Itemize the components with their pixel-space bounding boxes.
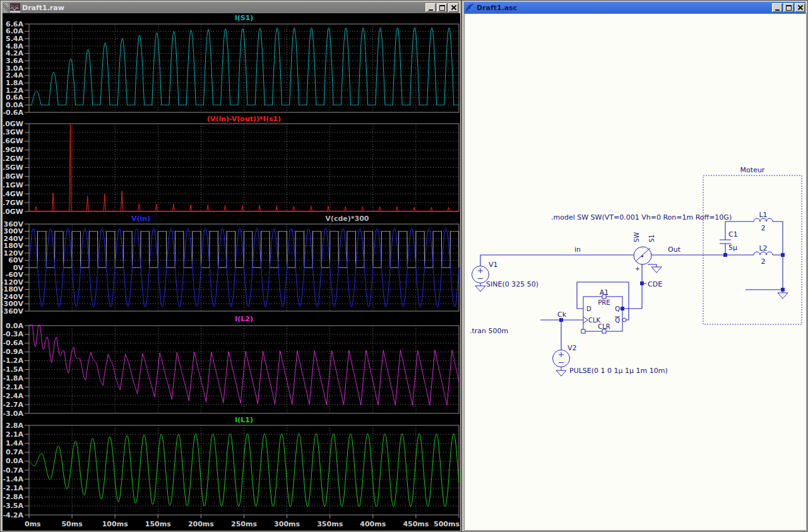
y-tick-label: 2.8GW (3, 172, 23, 180)
q-output-node (621, 307, 624, 310)
voltage-source-v1[interactable]: V1 SINE(0 325 50) (472, 261, 538, 292)
pin-label-q: Q (615, 305, 620, 312)
pin-label-qbar: Q (615, 317, 620, 324)
motor-box[interactable]: Moteur (703, 166, 802, 324)
inductor-l1[interactable]: L1 2 (754, 211, 773, 232)
waveform-plot[interactable]: 6.6A6.0A5.4A4.8A4.2A3.6A3.0A2.4A1.8A1.2A… (3, 13, 460, 531)
minimize-icon (775, 9, 780, 11)
y-tick-label: -360V (3, 307, 23, 316)
maximize-button[interactable] (437, 3, 447, 12)
model-directive-text[interactable]: .model SW SW(VT=0.001 Vh=0 Ron=1m Roff=1… (551, 213, 732, 222)
titlebar-grip[interactable] (3, 3, 8, 13)
close-icon (797, 5, 802, 10)
clock-wedge-icon (583, 317, 588, 323)
net-label-out[interactable]: Out (668, 245, 681, 254)
schematic-canvas[interactable]: .model SW SW(VT=0.001 Vh=0 Ron=1m Roff=1… (465, 14, 806, 530)
switch-ref[interactable]: S1 (648, 234, 655, 242)
trace-label[interactable]: I(L2) (235, 315, 253, 323)
v2-ref[interactable]: V2 (567, 344, 577, 352)
y-tick-label: -3.5A (3, 502, 23, 510)
maximize-button[interactable] (783, 3, 793, 12)
v1-ground-icon (475, 283, 485, 292)
trace-label[interactable]: I(S1) (235, 14, 254, 22)
v1-plus-icon (478, 268, 483, 273)
l2-ref[interactable]: L2 (759, 244, 767, 252)
minimize-icon (429, 9, 433, 11)
c1-ref[interactable]: C1 (728, 230, 738, 239)
inductor-l2[interactable]: L2 2 (754, 244, 773, 266)
l1-ref[interactable]: L1 (759, 211, 767, 219)
x-tick-label: 450ms (403, 520, 429, 528)
y-tick-label: -0.6A (3, 109, 23, 117)
y-tick-label: -2.4A (3, 392, 23, 400)
trace (29, 325, 459, 405)
schematic-window-title: Draft1.asc (477, 4, 517, 12)
pin-label-clr: CLR (598, 323, 610, 330)
x-tick-label: 250ms (231, 520, 257, 528)
y-tick-label: -1.4A (3, 475, 23, 483)
c1-value[interactable]: 5µ (728, 244, 737, 252)
y-tick-label: -4.2A (3, 511, 23, 519)
y-tick-label: 2.8A (6, 422, 23, 430)
l1-value[interactable]: 2 (761, 224, 766, 232)
y-tick-label: 0.7GW (3, 199, 23, 207)
y-tick-label: 0.7A (6, 448, 23, 456)
l2-value[interactable]: 2 (761, 257, 766, 266)
flipflop-a1[interactable]: A1 PRE D CLK CLR Q Q (581, 288, 626, 333)
motor-box-outline (703, 175, 802, 324)
y-tick-label: -3.0A (3, 410, 23, 418)
trace (29, 28, 459, 105)
waveform-window-title: Draft1.raw (22, 4, 64, 12)
x-tick-label: 350ms (317, 520, 343, 528)
trace-label[interactable]: I(L1) (235, 416, 253, 424)
wire-main (480, 255, 725, 266)
capacitor-c1[interactable]: C1 5µ (720, 230, 738, 252)
y-tick-label: 0.0A (6, 322, 23, 330)
switch-pivot-dot (641, 255, 643, 257)
wire-sw-ground-stub (648, 264, 656, 267)
minimize-button[interactable] (425, 3, 436, 12)
minimize-button[interactable] (772, 3, 782, 12)
switch-s1[interactable]: SW S1 (633, 232, 662, 273)
motor-ground-icon (778, 290, 788, 299)
y-tick-label: -0.9A (3, 348, 23, 356)
y-tick-label: -1.8A (3, 374, 23, 382)
y-tick-label: 4.9GW (3, 146, 23, 154)
v2-value[interactable]: PULSE(0 1 0 1µ 1µ 1m 10m) (569, 367, 668, 375)
waveform-window: Draft1.raw 6.6A6.0A5.4A4.8A4.2A3.6A3.0A2… (0, 0, 461, 532)
y-tick-label: -2.1A (3, 383, 23, 391)
net-label-in[interactable]: in (574, 245, 581, 254)
tran-directive-text[interactable]: .tran 500m (470, 327, 508, 335)
close-icon (451, 5, 456, 10)
trace-label[interactable]: V(cde)*300 (325, 215, 369, 223)
trace-label[interactable]: (V(in)-V(out))*I(s1) (207, 115, 281, 123)
v1-value[interactable]: SINE(0 325 50) (486, 280, 538, 288)
close-button[interactable] (448, 3, 458, 12)
maximize-icon (439, 5, 445, 11)
v2-plus-icon (559, 352, 564, 357)
junction-nodes (559, 253, 785, 322)
y-tick-label: -0.3A (3, 330, 23, 338)
y-tick-label: 2.1A (6, 430, 23, 439)
net-label-ck[interactable]: Ck (557, 310, 567, 319)
desktop: Draft1.raw 6.6A6.0A5.4A4.8A4.2A3.6A3.0A2… (0, 0, 808, 532)
schematic-window: Draft1.asc .model SW SW(VT=0.001 Vh=0 Ro… (461, 0, 808, 532)
y-tick-label: 0.0GW (3, 208, 23, 216)
y-tick-label: 4.2GW (3, 155, 23, 163)
motor-box-label[interactable]: Moteur (740, 166, 765, 174)
net-label-cde[interactable]: CDE (648, 280, 662, 288)
y-tick-label: 5.6GW (3, 137, 23, 145)
trace (29, 232, 459, 268)
pin-label-d: D (586, 305, 591, 312)
switch-type-label[interactable]: SW (633, 232, 640, 242)
voltage-source-v2[interactable]: V2 PULSE(0 1 0 1µ 1µ 1m 10m) (553, 344, 668, 376)
x-tick-label: 150ms (145, 520, 171, 528)
schematic-client-area: .model SW SW(VT=0.001 Vh=0 Ron=1m Roff=1… (464, 13, 807, 531)
y-tick-label: -2.1A (3, 484, 23, 492)
schematic-titlebar[interactable]: Draft1.asc (464, 2, 805, 13)
waveform-titlebar[interactable]: Draft1.raw (3, 2, 459, 13)
trace-label[interactable]: V(in) (131, 215, 150, 223)
x-tick-label: 50ms (61, 520, 83, 528)
v1-ref[interactable]: V1 (489, 261, 498, 269)
close-button[interactable] (795, 3, 805, 12)
